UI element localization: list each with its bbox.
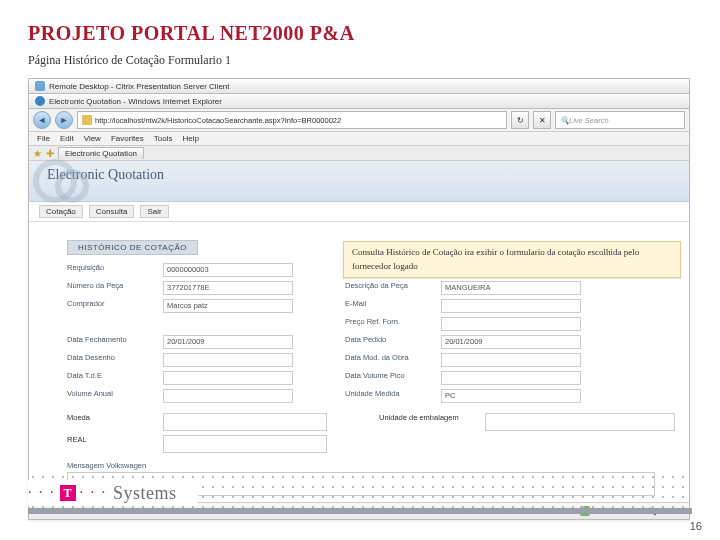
label-unidade-medida: Unidade Medida xyxy=(345,389,435,403)
value-data-desenho[interactable] xyxy=(163,353,293,367)
value-requisicao[interactable]: 0000000003 xyxy=(163,263,293,277)
ie-icon xyxy=(35,96,45,106)
menu-help[interactable]: Help xyxy=(182,134,198,143)
label-msg-vw: Mensagem Volkswagen xyxy=(67,461,675,470)
slide-subtitle: Página Histórico de Cotação Formulario 1 xyxy=(28,53,692,68)
value-descricao-peca[interactable]: MANGUEIRA xyxy=(441,281,581,295)
form-grid: Requisição 0000000003 Número da Peça 377… xyxy=(67,263,675,403)
refresh-button[interactable]: ↻ xyxy=(511,111,529,129)
value-data-vol-pico[interactable] xyxy=(441,371,581,385)
remote-desktop-titlebar: Remote Desktop - Citrix Presentation Ser… xyxy=(29,79,689,94)
search-placeholder: Live Search xyxy=(569,116,609,125)
slide-footer: · · · T · · · Systems xyxy=(28,476,692,510)
label-unid-embalagem: Unidade de embalagem xyxy=(379,413,479,431)
page-number: 16 xyxy=(690,520,702,532)
footer-dot-pattern: · · · T · · · Systems xyxy=(28,476,692,510)
menu-file[interactable]: File xyxy=(37,134,50,143)
label-data-tde: Data T.d.E xyxy=(67,371,157,385)
brand-dots-left: · · · xyxy=(28,485,56,501)
add-favorite-icon[interactable]: ✚ xyxy=(46,148,54,159)
label-comprador: Comprador xyxy=(67,299,157,313)
ie-menu-bar: File Edit View Favorites Tools Help xyxy=(29,132,689,146)
address-bar[interactable]: http://localhost/ntw2k/HistoricoCotacaoS… xyxy=(77,111,507,129)
app-menu: Cotação Consulta Sair xyxy=(29,202,689,222)
brand-word: Systems xyxy=(113,483,177,504)
app-banner-title: Electronic Quotation xyxy=(47,167,679,183)
label-data-fechamento: Data Fechamento xyxy=(67,335,157,349)
menu-tools[interactable]: Tools xyxy=(154,134,173,143)
value-volume-anual[interactable] xyxy=(163,389,293,403)
app-menu-cotacao[interactable]: Cotação xyxy=(39,205,83,218)
slide-title: PROJETO PORTAL NET2000 P&A xyxy=(28,22,692,45)
browser-tab[interactable]: Electronic Quotation xyxy=(58,147,144,159)
value-data-mod-obra[interactable] xyxy=(441,353,581,367)
label-preco-ref: Preço Ref. Forn. xyxy=(345,317,435,331)
app-banner: Electronic Quotation xyxy=(29,161,689,202)
label-data-desenho: Data Desenho xyxy=(67,353,157,367)
label-requisicao: Requisição xyxy=(67,263,157,277)
ie-title-text: Electronic Quotation - Windows Internet … xyxy=(49,97,222,106)
search-box[interactable]: 🔍 Live Search xyxy=(555,111,685,129)
ie-nav-toolbar: ◄ ► http://localhost/ntw2k/HistoricoCota… xyxy=(29,109,689,132)
value-comprador[interactable]: Marcos patz xyxy=(163,299,293,313)
label-data-pedido: Data Pedido xyxy=(345,335,435,349)
menu-edit[interactable]: Edit xyxy=(60,134,74,143)
label-email: E-Mail xyxy=(345,299,435,313)
stop-button[interactable]: ✕ xyxy=(533,111,551,129)
brand-dots-right: · · · xyxy=(80,485,108,501)
screenshot-window: Remote Desktop - Citrix Presentation Ser… xyxy=(28,78,690,520)
label-numero-peca: Número da Peça xyxy=(67,281,157,295)
section-header: HISTÓRICO DE COTAÇÃO xyxy=(67,240,198,255)
label-descricao-peca: Descrição da Peça xyxy=(345,281,435,295)
block-row: Moeda Unidade de embalagem REAL xyxy=(67,413,675,453)
annotation-callout: Consulta Histórico de Cotação ira exibir… xyxy=(343,241,681,278)
ie-titlebar: Electronic Quotation - Windows Internet … xyxy=(29,94,689,109)
value-email[interactable] xyxy=(441,299,581,313)
ie-tab-strip: ★ ✚ Electronic Quotation xyxy=(29,146,689,161)
citrix-icon xyxy=(35,81,45,91)
label-data-vol-pico: Data Volume Pico xyxy=(345,371,435,385)
label-volume-anual: Volume Anual xyxy=(67,389,157,403)
menu-view[interactable]: View xyxy=(84,134,101,143)
remote-desktop-title: Remote Desktop - Citrix Presentation Ser… xyxy=(49,82,230,91)
brand-t-icon: T xyxy=(60,485,76,501)
value-data-fechamento[interactable]: 20/01/2009 xyxy=(163,335,293,349)
label-data-mod-obra: Data Mod. da Obra xyxy=(345,353,435,367)
brand-logo: · · · T · · · Systems xyxy=(28,480,198,506)
url-text: http://localhost/ntw2k/HistoricoCotacaoS… xyxy=(95,116,341,125)
forward-button[interactable]: ► xyxy=(55,111,73,129)
app-menu-sair[interactable]: Sair xyxy=(140,205,168,218)
value-numero-peca[interactable]: 377201778E xyxy=(163,281,293,295)
value-unidade-medida[interactable]: PC xyxy=(441,389,581,403)
value-moeda[interactable] xyxy=(163,413,327,431)
value-real[interactable] xyxy=(163,435,327,453)
value-data-tde[interactable] xyxy=(163,371,293,385)
value-data-pedido[interactable]: 20/01/2009 xyxy=(441,335,581,349)
app-menu-consulta[interactable]: Consulta xyxy=(89,205,135,218)
page-favicon xyxy=(82,115,92,125)
menu-favorites[interactable]: Favorites xyxy=(111,134,144,143)
label-real: REAL xyxy=(67,435,157,453)
back-button[interactable]: ◄ xyxy=(33,111,51,129)
label-moeda: Moeda xyxy=(67,413,157,431)
value-preco-ref[interactable] xyxy=(441,317,581,331)
favorites-star-icon[interactable]: ★ xyxy=(33,148,42,159)
value-unid-embalagem[interactable] xyxy=(485,413,675,431)
